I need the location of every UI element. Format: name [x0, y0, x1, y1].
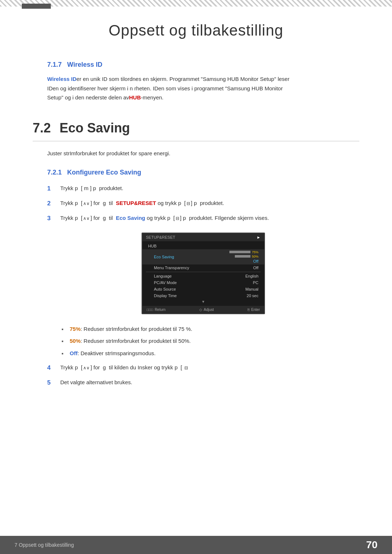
page: Oppsett og tilbakestilling 7.1.7 Wireles… [0, 0, 392, 554]
list-item: ■ Off: Deaktiver strImsparingsmodus. [62, 349, 359, 358]
monitor-row: Language English [142, 273, 264, 279]
steps-4-5-list: 4 Trykk p [∧∨] for g til kilden du Inske… [47, 363, 359, 388]
monitor-row: HUB [142, 243, 264, 249]
bullet-text: 50%: Reduser strImforbruket for produkte… [70, 336, 191, 346]
monitor-title-bar: SETUP&RESET ► [142, 233, 264, 241]
monitor-divider [146, 272, 261, 272]
monitor-row: Auto Source Manual [142, 286, 264, 292]
monitor-row: Display Time 20 sec [142, 292, 264, 299]
highlight-75: 75% [70, 326, 81, 332]
section-72-body: Juster strImforbruket for produktet for … [33, 149, 359, 158]
section-721: 7.2.1 Konfigurere Eco Saving 1 Trykk p [… [33, 169, 359, 388]
return-icon-group: □□□ Return [147, 308, 166, 312]
monitor-footer: □□□ Return ◇ Adjust ⎘ Enter [142, 306, 264, 313]
enter-icon-3: ⊟ [184, 364, 188, 372]
bullet-dot: ■ [62, 339, 65, 344]
list-item: 1 Trykk p [ m ] p produktet. [47, 184, 359, 194]
page-footer: 7 Oppsett og tilbakestilling 70 [0, 536, 392, 554]
bullet-dot: ■ [62, 351, 65, 356]
nav-icon: ∧∨ [83, 200, 90, 207]
list-item: ■ 50%: Reduser strImforbruket for produk… [62, 336, 359, 346]
section-72-heading: 7.2 Eco Saving [33, 120, 359, 141]
label-75: 75% [252, 250, 258, 254]
content-area: Oppsett og tilbakestilling 7.1.7 Wireles… [0, 0, 392, 428]
setup-reset-highlight: SETUP&RESET [116, 200, 156, 206]
highlight-50: 50% [70, 338, 81, 344]
top-bar [22, 4, 51, 9]
label-50: 50% [252, 255, 258, 258]
section-717-body: Wireless IDer en unik ID som tilordnes e… [47, 74, 359, 102]
bar-50-row: 50% [235, 255, 258, 258]
adjust-icon-group: ◇ Adjust [199, 308, 214, 312]
bullet-list: ■ 75%: Reduser strImforbruket for produk… [47, 324, 359, 358]
footer-text: 7 Oppsett og tilbakestilling [15, 542, 74, 548]
list-item: 4 Trykk p [∧∨] for g til kilden du Inske… [47, 363, 359, 373]
page-title: Oppsett og tilbakestilling [33, 22, 359, 39]
monitor-row: PC/AV Mode PC [142, 279, 264, 286]
eco-saving-highlight: Eco Saving [116, 215, 145, 221]
nav-icon-2: ∧∨ [83, 215, 90, 222]
monitor-row-eco: Eco Saving 75% 50% [142, 249, 264, 264]
monitor-arrow: ► [257, 235, 261, 239]
monitor-row: Menu Transparency Off [142, 264, 264, 271]
hub-highlight: HUB [129, 94, 141, 100]
list-item: ■ 75%: Reduser strImforbruket for produk… [62, 324, 359, 334]
monitor-container: SETUP&RESET ► HUB Eco Saving [47, 233, 359, 314]
bullet-text: Off: Deaktiver strImsparingsmodus. [70, 349, 156, 358]
list-item: 5 Det valgte alternativet brukes. [47, 378, 359, 388]
monitor-body: HUB Eco Saving 75% [142, 241, 264, 306]
label-off: Off [253, 259, 258, 263]
bullet-dot: ■ [62, 327, 65, 332]
list-item: 2 Trykk p [∧∨] for g til SETUP&RESET og … [47, 198, 359, 209]
section-717-heading: 7.1.7 Wireless ID [47, 61, 359, 69]
return-icon: □□□ [147, 308, 153, 312]
enter-icon: ⊟ [187, 200, 190, 207]
monitor-title-text: SETUP&RESET [146, 235, 175, 239]
steps-list: 1 Trykk p [ m ] p produktet. 2 Trykk p [… [47, 184, 359, 224]
adjust-icon: ◇ [199, 308, 202, 312]
list-item: 3 Trykk p [∧∨] for g til Eco Saving og t… [47, 213, 359, 224]
nav-icon-3: ∧∨ [83, 364, 90, 372]
enter-icon-2: ⊟ [176, 215, 179, 222]
section-72: 7.2 Eco Saving Juster strImforbruket for… [33, 120, 359, 388]
section-717: 7.1.7 Wireless ID Wireless IDer en unik … [33, 61, 359, 102]
bar-75 [229, 251, 250, 253]
top-stripe [0, 0, 392, 7]
enter-icon-group: ⎘ Enter [248, 308, 260, 312]
enter-icon-monitor: ⎘ [248, 308, 250, 312]
highlight-off: Off [70, 350, 78, 356]
wireless-id-highlight: Wireless ID [47, 76, 77, 82]
eco-bars: 75% 50% Off [229, 250, 258, 263]
section-721-heading: 7.2.1 Konfigurere Eco Saving [47, 169, 359, 176]
bar-75-row: 75% [229, 250, 258, 254]
footer-page-number: 70 [366, 539, 377, 551]
monitor-screen: SETUP&RESET ► HUB Eco Saving [142, 233, 265, 314]
bullet-text: 75%: Reduser strImforbruket for produkte… [70, 324, 192, 334]
bar-50 [235, 255, 250, 258]
scroll-down-indicator: ▼ [142, 299, 264, 304]
